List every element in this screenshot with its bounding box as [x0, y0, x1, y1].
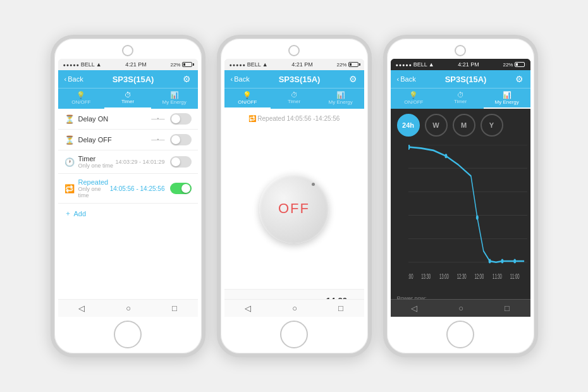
nav-square-1[interactable]: □	[172, 303, 177, 313]
back-button-3[interactable]: ‹ Back	[397, 75, 416, 83]
tabs-1: 💡 ON/OFF ⏱ Timer 📊 My Energy	[58, 88, 198, 109]
tab-onoff-label-1: ON/OFF	[71, 99, 90, 105]
timer-clock-icon: 🕐	[64, 157, 78, 167]
nav-square-3[interactable]: □	[505, 303, 510, 313]
carrier-3: BELL	[413, 61, 427, 68]
svg-text:11:30: 11:30	[493, 273, 502, 280]
timer-time: 14:03:29 - 14:01:29	[115, 159, 164, 165]
period-m-label: M	[461, 121, 467, 129]
back-button-1[interactable]: ‹ Back	[64, 75, 83, 83]
back-label-3: Back	[400, 75, 415, 83]
header-title-2: SP3S(15A)	[279, 75, 321, 84]
chart-area: 7.55 6.04 4.53 3.02 1.51 0.00 W	[391, 142, 530, 291]
tab-onoff-3[interactable]: 💡 ON/OFF	[391, 89, 438, 109]
onoff-icon-1: 💡	[59, 91, 104, 99]
timer-name: Timer	[78, 155, 116, 162]
plus-icon: ＋	[64, 209, 71, 218]
tab-energy-label-2: My Energy	[329, 99, 353, 105]
tab-onoff-2[interactable]: 💡 ON/OFF	[224, 89, 271, 109]
nav-back-1[interactable]: ◁	[78, 303, 85, 313]
repeated-sub: Only one time	[78, 186, 110, 199]
delay-off-toggle[interactable]	[170, 134, 192, 145]
tab-energy-3[interactable]: 📊 My Energy	[484, 89, 530, 109]
nav-back-3[interactable]: ◁	[411, 303, 417, 313]
phone-bottom-1	[114, 321, 142, 348]
header-title-1: SP3S(15A)	[113, 75, 154, 84]
svg-text:12:00: 12:00	[474, 273, 484, 280]
app-header-1: ‹ Back SP3S(15A) ⚙	[58, 70, 198, 88]
delay-on-info: Delay ON	[78, 115, 152, 123]
onoff-screen: 🔁 Repeated 14:05:56 -14:25:56 OFF 🖼 Hist…	[224, 109, 364, 317]
header-title-3: SP3S(15A)	[445, 75, 487, 84]
tab-onoff-1[interactable]: 💡 ON/OFF	[58, 89, 105, 109]
tabs-2: 💡 ON/OFF ⏱ Timer 📊 My Energy	[224, 88, 364, 109]
add-label: Add	[74, 210, 87, 217]
carrier-2: BELL	[247, 61, 261, 68]
tabs-3: 💡 ON/OFF ⏱ Timer 📊 My Energy	[391, 88, 530, 109]
tab-energy-2[interactable]: 📊 My Energy	[317, 89, 364, 109]
off-button-container: OFF	[259, 128, 329, 289]
status-bar-2: ●●●●● BELL ▲ 4:21 PM 22%	[224, 59, 364, 70]
period-24h-label: 24h	[402, 121, 414, 129]
delay-off-name: Delay OFF	[78, 136, 152, 144]
battery-icon-2	[348, 62, 358, 67]
svg-point-14	[444, 154, 447, 158]
period-tabs: 24h W M Y	[391, 109, 530, 142]
phone-onoff: ●●●●● BELL ▲ 4:21 PM 22% ‹ Back S	[217, 35, 372, 357]
signal-dots-3: ●●●●●	[396, 63, 412, 67]
phone3-screen: ●●●●● BELL ▲ 4:21 PM 22% ‹ Back S	[391, 59, 530, 317]
back-button-2[interactable]: ‹ Back	[231, 75, 250, 83]
button-dot	[312, 183, 315, 186]
gear-icon-2[interactable]: ⚙	[349, 74, 357, 84]
phone2-screen: ●●●●● BELL ▲ 4:21 PM 22% ‹ Back S	[224, 59, 364, 317]
nav-back-2[interactable]: ◁	[245, 303, 251, 313]
wifi-icon-3: ▲	[429, 61, 434, 68]
svg-point-15	[475, 215, 478, 219]
nav-square-2[interactable]: □	[338, 303, 343, 313]
phone-bottom-3	[446, 321, 474, 348]
timer-toggle[interactable]	[170, 156, 192, 168]
energy-tab-icon-3: 📊	[485, 91, 529, 99]
tab-energy-label-1: My Energy	[162, 99, 187, 105]
nav-bar-3: ◁ ○ □	[391, 299, 530, 317]
gear-icon-1[interactable]: ⚙	[183, 74, 191, 84]
carrier-1: BELL	[81, 61, 95, 68]
time-3: 4:21 PM	[458, 61, 479, 68]
delay-off-time: —•—	[151, 137, 164, 143]
tab-energy-1[interactable]: 📊 My Energy	[151, 89, 198, 109]
tab-timer-1[interactable]: ⏱ Timer	[104, 89, 151, 109]
power-button[interactable]: OFF	[259, 174, 329, 243]
nav-home-1[interactable]: ○	[126, 303, 131, 313]
off-label: OFF	[278, 200, 310, 217]
nav-home-3[interactable]: ○	[458, 303, 463, 313]
timer-tab-icon-3: ⏱	[438, 91, 482, 99]
tab-timer-label-2: Timer	[288, 99, 300, 104]
add-timer-button[interactable]: ＋ Add	[58, 204, 198, 223]
delay-off-info: Delay OFF	[78, 136, 152, 144]
wifi-icon-2: ▲	[262, 61, 268, 68]
chevron-left-icon-3: ‹	[397, 75, 400, 83]
wifi-icon-1: ▲	[96, 61, 102, 68]
tab-timer-3[interactable]: ⏱ Timer	[437, 89, 484, 109]
battery-pct-3: 22%	[503, 62, 513, 68]
period-tab-y[interactable]: Y	[481, 114, 503, 137]
tab-timer-2[interactable]: ⏱ Timer	[271, 89, 317, 109]
app-header-2: ‹ Back SP3S(15A) ⚙	[224, 70, 364, 88]
tab-timer-label-3: Timer	[454, 99, 467, 104]
status-left-3: ●●●●● BELL ▲	[396, 61, 434, 68]
nav-home-2[interactable]: ○	[292, 303, 297, 313]
status-left-2: ●●●●● BELL ▲	[230, 61, 268, 68]
period-tab-m[interactable]: M	[453, 114, 475, 137]
status-bar-1: ●●●●● BELL ▲ 4:21 PM 22%	[58, 59, 198, 70]
period-tab-24h[interactable]: 24h	[397, 114, 420, 137]
gear-icon-3[interactable]: ⚙	[515, 74, 524, 84]
repeated-toggle[interactable]	[170, 183, 192, 194]
nav-bar-1: ◁ ○ □	[58, 299, 198, 317]
battery-fill-1	[183, 63, 185, 66]
tab-onoff-label-2: ON/OFF	[238, 99, 257, 105]
onoff-icon-3: 💡	[392, 91, 436, 99]
period-tab-w[interactable]: W	[425, 114, 448, 137]
delay-on-toggle[interactable]	[170, 113, 192, 125]
energy-icon-1: 📊	[152, 91, 197, 99]
svg-text:12:30: 12:30	[456, 273, 466, 280]
